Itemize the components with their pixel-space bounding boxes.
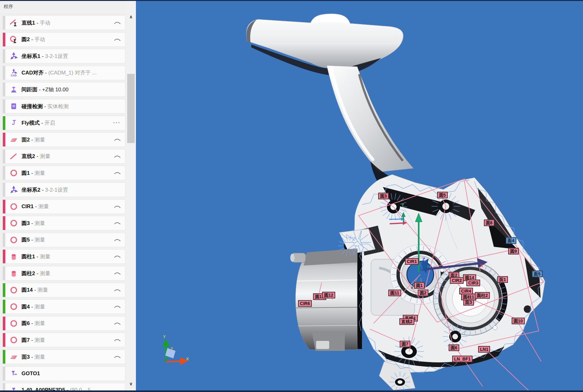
- scrollbar[interactable]: ∧ ∨: [126, 1, 136, 390]
- csys-icon: [10, 186, 18, 194]
- program-step[interactable]: 圆1 - 测量: [2, 166, 125, 180]
- more-options-icon[interactable]: ···: [113, 120, 121, 126]
- feature-label[interactable]: 圆3: [378, 193, 389, 199]
- visibility-icon[interactable]: [114, 304, 121, 309]
- visibility-icon[interactable]: [114, 20, 121, 26]
- visibility-icon[interactable]: [114, 287, 121, 293]
- cad-align-icon: [10, 69, 18, 77]
- program-step[interactable]: Fly模式 - 开启 ···: [2, 116, 125, 130]
- circle-icon: [10, 219, 18, 227]
- visibility-icon[interactable]: [114, 270, 121, 276]
- feature-label[interactable]: 圆柱1: [461, 294, 476, 300]
- status-accent-bar: [3, 133, 5, 146]
- status-accent-bar: [3, 183, 5, 197]
- window-frame-top: [0, 0, 583, 1]
- program-step[interactable]: 圆3 - 测量: [2, 216, 125, 230]
- status-accent-bar: [3, 350, 5, 364]
- feature-label[interactable]: CIR1: [405, 258, 419, 265]
- status-accent-bar: [3, 66, 5, 80]
- goto-icon: [10, 370, 18, 378]
- program-step[interactable]: 坐标系1 - 3-2-1设置: [2, 49, 125, 63]
- feature-label[interactable]: 圆柱2: [475, 292, 490, 299]
- visibility-icon[interactable]: [114, 254, 121, 259]
- status-accent-bar: [3, 166, 5, 180]
- feature-label[interactable]: CIR4: [459, 288, 473, 294]
- status-accent-bar: [3, 49, 5, 63]
- feature-label[interactable]: 圆6: [449, 345, 459, 351]
- visibility-icon[interactable]: [114, 337, 121, 343]
- visibility-icon[interactable]: [114, 204, 121, 209]
- program-step[interactable]: 圆5 - 测量: [2, 233, 125, 247]
- feature-label[interactable]: CIR3: [466, 280, 480, 286]
- visibility-icon[interactable]: [114, 154, 121, 159]
- status-accent-bar: [3, 83, 5, 96]
- program-step[interactable]: 圆2 - 手动: [2, 32, 125, 47]
- program-step[interactable]: 圆柱1 - 测量: [2, 249, 125, 264]
- feature-label[interactable]: 圆11: [388, 290, 401, 296]
- program-step[interactable]: 坐标系2 - 3-2-1设置: [2, 183, 125, 197]
- plane-icon: [10, 353, 18, 361]
- fly-probe-icon: [10, 119, 18, 127]
- visibility-icon[interactable]: [114, 170, 121, 176]
- feature-label[interactable]: CIR6: [298, 300, 312, 307]
- program-step[interactable]: 面3 - 测量: [2, 350, 125, 364]
- circle-probe-icon: [10, 36, 18, 44]
- visibility-icon[interactable]: [114, 237, 121, 243]
- line-probe-icon: [10, 19, 18, 27]
- program-step[interactable]: 圆7 - 测量: [2, 333, 125, 347]
- cylinder-icon: [10, 252, 18, 261]
- program-step[interactable]: 圆14 - 测量: [2, 283, 125, 297]
- program-step[interactable]: 碰撞检测 - 实体检测: [2, 99, 125, 113]
- viewport-3d[interactable]: [136, 1, 583, 390]
- status-accent-bar: [3, 150, 5, 163]
- feature-label[interactable]: 面4: [506, 237, 516, 244]
- feature-label[interactable]: 圆8: [484, 220, 494, 226]
- program-step[interactable]: 直线2 - 测量: [2, 149, 125, 164]
- visibility-icon[interactable]: [114, 220, 121, 226]
- program-step[interactable]: 圆6 - 测量: [2, 316, 125, 331]
- feature-label[interactable]: 圆9: [508, 248, 519, 255]
- program-step[interactable]: 间距面 - +Z轴 10.00: [2, 82, 125, 97]
- program-step[interactable]: CIR1 - 测量: [2, 199, 125, 214]
- visibility-icon[interactable]: [114, 137, 121, 142]
- feature-label[interactable]: 面1: [497, 276, 508, 283]
- feature-label[interactable]: 圆2: [418, 290, 428, 296]
- plane-icon: [10, 136, 18, 144]
- circle-icon: [10, 286, 18, 294]
- feature-label[interactable]: LN1: [478, 346, 490, 353]
- status-accent-bar: [3, 333, 5, 347]
- program-step[interactable]: 圆柱2 - 测量: [2, 266, 125, 280]
- circle-icon: [10, 336, 18, 344]
- feature-label[interactable]: CIR2: [450, 277, 464, 284]
- program-panel: 程序 ✕ 直线1 - 手动 圆2 - 手动 坐标系1 - 3-2-1设置 CAD…: [0, 1, 136, 390]
- status-accent-bar: [3, 216, 5, 230]
- visibility-icon[interactable]: [114, 354, 121, 360]
- program-step[interactable]: 圆4 - 测量: [2, 299, 125, 314]
- status-accent-bar: [3, 99, 5, 113]
- program-step[interactable]: GOTO1: [2, 366, 125, 381]
- status-accent-bar: [3, 317, 5, 330]
- circle-icon: [10, 203, 18, 211]
- program-step[interactable]: 直线1 - 手动: [2, 16, 125, 30]
- status-accent-bar: [3, 16, 5, 30]
- circle-icon: [10, 303, 18, 311]
- visibility-icon[interactable]: [114, 321, 121, 326]
- feature-label[interactable]: LN_BF1: [452, 356, 473, 362]
- feature-label[interactable]: 面5: [532, 271, 542, 277]
- clearance-plane-icon: [10, 85, 18, 93]
- circle-icon: [10, 319, 18, 327]
- visibility-icon[interactable]: [114, 37, 121, 42]
- scroll-down-icon[interactable]: ∨: [126, 379, 136, 389]
- status-accent-bar: [3, 116, 5, 130]
- feature-label[interactable]: 直线2: [399, 318, 414, 325]
- program-step[interactable]: 面2 - 测量: [2, 132, 125, 147]
- program-step[interactable]: CAD对齐 - (CADM_1) 对齐于 ...: [2, 66, 125, 80]
- feature-label[interactable]: 圆1: [414, 282, 425, 289]
- feature-label[interactable]: 圆12: [322, 292, 335, 299]
- feature-label[interactable]: 圆5: [437, 192, 448, 198]
- feature-label[interactable]: 圆10: [512, 318, 525, 324]
- scrollbar-thumb[interactable]: [127, 74, 135, 143]
- status-accent-bar: [3, 266, 5, 280]
- feature-label[interactable]: 圆7: [400, 341, 410, 347]
- scroll-up-icon[interactable]: ∧: [126, 12, 136, 22]
